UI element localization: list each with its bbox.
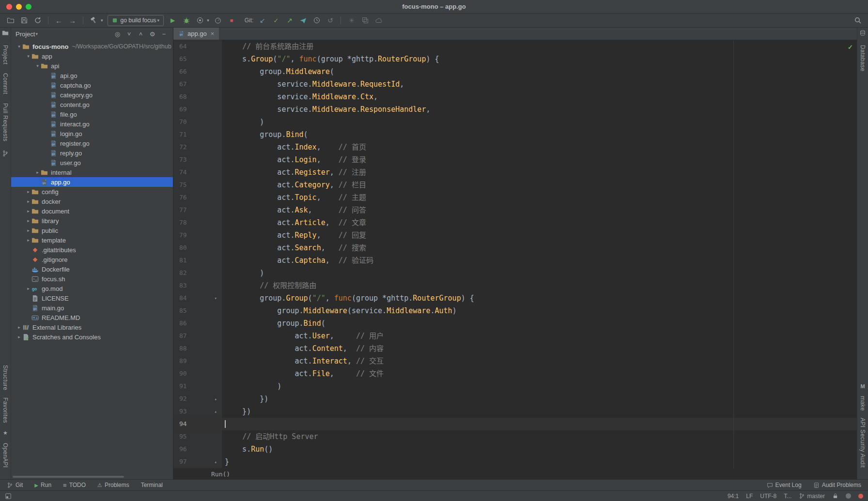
toolwindow-problems[interactable]: ⚠ Problems: [97, 482, 129, 488]
code-line-73[interactable]: 73 act.Login, // 登录: [173, 153, 857, 166]
stripe-item-structure[interactable]: Structure: [2, 365, 9, 390]
stripe-item-favorites[interactable]: Favorites: [2, 397, 9, 423]
code-line-96[interactable]: 96 s.Run(): [173, 443, 857, 455]
code-line-83[interactable]: 83 // 权限控制路由: [173, 279, 857, 292]
tree-item-external-libraries[interactable]: ▸External Libraries: [11, 322, 173, 332]
tree-item-app-go[interactable]: goapp.go: [11, 177, 173, 187]
chevron-right-icon[interactable]: ▸: [25, 218, 31, 223]
tree-item-interact-go[interactable]: gointeract.go: [11, 119, 173, 129]
code-line-74[interactable]: 74 act.Register, // 注册: [173, 166, 857, 179]
save-all-icon[interactable]: [19, 16, 29, 25]
chevron-right-icon[interactable]: ▸: [25, 286, 31, 291]
chevron-down-icon[interactable]: ▾: [34, 63, 41, 68]
tree-item-dockerfile[interactable]: Dockerfile: [11, 264, 173, 274]
code-line-67[interactable]: 67 service.Middleware.RequestId,: [173, 78, 857, 91]
build-icon[interactable]: [89, 16, 98, 25]
update-project-icon[interactable]: ↙: [258, 16, 267, 25]
chevron-right-icon[interactable]: ▸: [25, 238, 31, 243]
locate-file-icon[interactable]: ◎: [113, 30, 122, 38]
cloud-icon[interactable]: [374, 16, 383, 25]
tree-item--gitattributes[interactable]: .gitattributes: [11, 245, 173, 255]
tree-item-api-go[interactable]: goapi.go: [11, 71, 173, 80]
hide-panel-icon[interactable]: −: [159, 30, 169, 38]
settings-gear-icon[interactable]: ⚙: [148, 30, 157, 38]
breadcrumb[interactable]: Run(): [211, 471, 230, 478]
tree-item-template[interactable]: ▸template: [11, 235, 173, 245]
stripe-item-database[interactable]: Database: [859, 45, 866, 72]
database-icon[interactable]: [859, 30, 866, 36]
tree-item-library[interactable]: ▸library: [11, 216, 173, 226]
tree-item-register-go[interactable]: goregister.go: [11, 138, 173, 148]
open-icon[interactable]: [6, 16, 15, 25]
tree-item-go-mod[interactable]: ▸gogo.mod: [11, 284, 173, 293]
search-everywhere-icon[interactable]: [853, 16, 862, 25]
code-line-75[interactable]: 75 act.Category, // 栏目: [173, 179, 857, 191]
fold-end-icon[interactable]: ▴: [215, 393, 217, 405]
toolwindow-terminal[interactable]: Terminal: [141, 482, 163, 488]
tree-item-scratches-and-consoles[interactable]: ▸Scratches and Consoles: [11, 332, 173, 342]
project-tool-icon[interactable]: [2, 30, 9, 36]
file-encoding[interactable]: UTF-8: [760, 493, 776, 500]
stop-icon[interactable]: ■: [227, 16, 236, 25]
tree-item--gitignore[interactable]: .gitignore: [11, 255, 173, 264]
tab-app-go[interactable]: go app.go ×: [173, 28, 219, 40]
audit-problems-button[interactable]: Audit Problems: [813, 482, 861, 488]
code-line-79[interactable]: 79 act.Reply, // 回复: [173, 229, 857, 242]
chevron-right-icon[interactable]: ▸: [34, 170, 41, 175]
run-icon[interactable]: ▶: [168, 16, 177, 25]
chevron-right-icon[interactable]: ▸: [25, 189, 31, 194]
stripe-item-pull-requests[interactable]: Pull Requests: [2, 103, 9, 141]
pull-requests-icon[interactable]: [2, 150, 9, 157]
tree-item-main-go[interactable]: gomain.go: [11, 303, 173, 313]
code-line-69[interactable]: 69 service.Middleware.ResponseHandler,: [173, 103, 857, 116]
expand-all-icon[interactable]: ˅: [124, 30, 134, 38]
code-line-76[interactable]: 76 act.Topic, // 主题: [173, 191, 857, 204]
tree-item-internal[interactable]: ▸internal: [11, 167, 173, 177]
profiler-icon[interactable]: [214, 16, 223, 25]
tree-item-content-go[interactable]: gocontent.go: [11, 100, 173, 109]
project-panel-title[interactable]: Project: [16, 30, 35, 38]
tree-item-reply-go[interactable]: goreply.go: [11, 148, 173, 158]
code-line-80[interactable]: 80 act.Search, // 搜索: [173, 242, 857, 254]
shelve-icon[interactable]: [347, 16, 356, 25]
chevron-down-icon[interactable]: ▾: [16, 44, 22, 49]
tree-item-focus-sh[interactable]: focus.sh: [11, 274, 173, 284]
code-line-94[interactable]: 94: [173, 418, 857, 430]
tree-item-public[interactable]: ▸public: [11, 226, 173, 235]
stripe-item-make[interactable]: make: [859, 396, 866, 411]
close-window-button[interactable]: [6, 4, 12, 10]
code-line-92[interactable]: 92▴ }): [173, 393, 857, 405]
minimize-window-button[interactable]: [16, 4, 22, 10]
forward-icon[interactable]: →: [68, 16, 77, 25]
tree-item-app[interactable]: ▾app: [11, 51, 173, 61]
history-icon[interactable]: [312, 16, 321, 25]
fold-end-icon[interactable]: ▴: [215, 455, 217, 468]
code-line-81[interactable]: 81 act.Captcha, // 验证码: [173, 254, 857, 267]
tree-item-readme-md[interactable]: README.MD: [11, 313, 173, 322]
code-line-90[interactable]: 90 act.File, // 文件: [173, 367, 857, 380]
back-icon[interactable]: ←: [54, 16, 63, 25]
lock-icon[interactable]: [832, 493, 838, 499]
code-line-84[interactable]: 84▾ group.Group("/", func(group *ghttp.R…: [173, 292, 857, 304]
chevron-down-icon[interactable]: ▾: [35, 31, 38, 36]
git-branch-widget[interactable]: master: [799, 493, 825, 500]
chevron-right-icon[interactable]: ▸: [25, 228, 31, 233]
run-config-selector[interactable]: go build focus ▾: [108, 15, 164, 26]
push-icon[interactable]: ↗: [285, 16, 294, 25]
tree-item-user-go[interactable]: gouser.go: [11, 158, 173, 167]
fold-end-icon[interactable]: ▴: [215, 405, 217, 418]
tree-item-login-go[interactable]: gologin.go: [11, 129, 173, 138]
tree-item-focus-mono[interactable]: ▾focus-mono~/Workspace/Go/GOPATH/src/git…: [11, 42, 173, 51]
stripe-item-project[interactable]: Project: [2, 45, 9, 64]
toolwindow-git[interactable]: Git: [7, 482, 23, 488]
inspections-ok-icon[interactable]: ✓: [848, 44, 853, 51]
toolwindow-toggle-icon[interactable]: [5, 493, 12, 500]
chevron-right-icon[interactable]: ▸: [25, 209, 31, 213]
event-log-button[interactable]: Event Log: [767, 482, 802, 488]
chevron-right-icon[interactable]: ▸: [16, 325, 22, 330]
sync-icon[interactable]: [33, 16, 42, 25]
stripe-item-api-security-audit[interactable]: API Security Audit: [859, 418, 866, 468]
tree-item-config[interactable]: ▸config: [11, 187, 173, 197]
code-line-88[interactable]: 88 act.Content, // 内容: [173, 342, 857, 355]
highlighting-level-icon[interactable]: [846, 493, 851, 499]
